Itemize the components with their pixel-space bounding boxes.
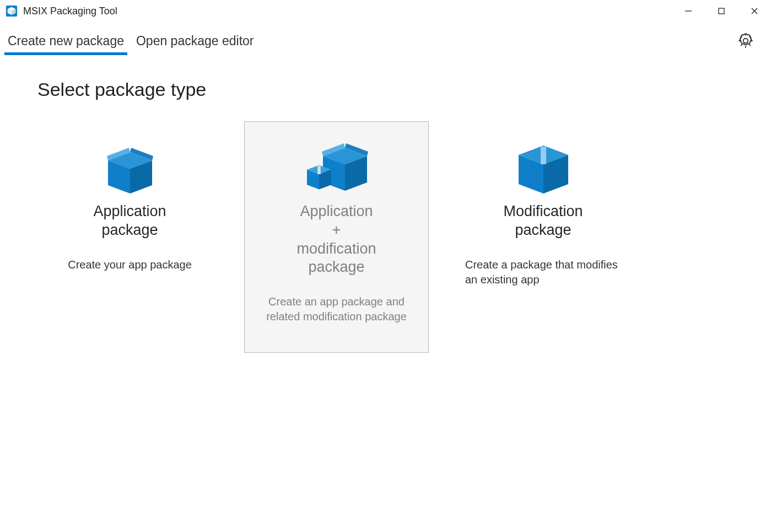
app-title: MSIX Packaging Tool	[23, 6, 117, 17]
svg-marker-22	[317, 166, 321, 174]
card-title: Application package	[93, 202, 166, 240]
gear-icon	[737, 32, 754, 52]
page-heading: Select package type	[37, 79, 734, 100]
card-desc: Create an app package and related modifi…	[258, 294, 414, 324]
svg-point-8	[743, 39, 748, 44]
svg-marker-26	[541, 147, 546, 164]
card-title: Modification package	[503, 202, 583, 240]
tab-create-new-package[interactable]: Create new package	[6, 30, 126, 54]
open-box-icon	[97, 138, 163, 199]
card-title: Application + modification package	[296, 202, 376, 277]
main-content: Select package type Application package …	[0, 54, 771, 353]
titlebar: MSIX Packaging Tool	[0, 0, 771, 22]
card-application-plus-modification-package[interactable]: Application + modification package Creat…	[244, 121, 429, 353]
window-controls	[672, 0, 771, 22]
close-button[interactable]	[738, 0, 771, 22]
package-type-cards: Application package Create your app pack…	[37, 121, 734, 353]
tab-row: Create new package Open package editor	[0, 22, 771, 54]
settings-button[interactable]	[736, 32, 756, 52]
card-desc: Create a package that modifies an existi…	[465, 257, 621, 287]
maximize-button[interactable]	[705, 0, 738, 22]
tab-open-package-editor[interactable]: Open package editor	[134, 30, 256, 54]
app-icon	[6, 5, 18, 17]
card-modification-package[interactable]: Modification package Create a package th…	[451, 121, 635, 353]
card-application-package[interactable]: Application package Create your app pack…	[37, 121, 222, 353]
svg-rect-5	[719, 8, 724, 14]
closed-box-icon	[513, 138, 574, 199]
card-desc: Create your app package	[68, 257, 192, 272]
open-box-plus-icon	[301, 138, 373, 199]
minimize-button[interactable]	[672, 0, 705, 22]
